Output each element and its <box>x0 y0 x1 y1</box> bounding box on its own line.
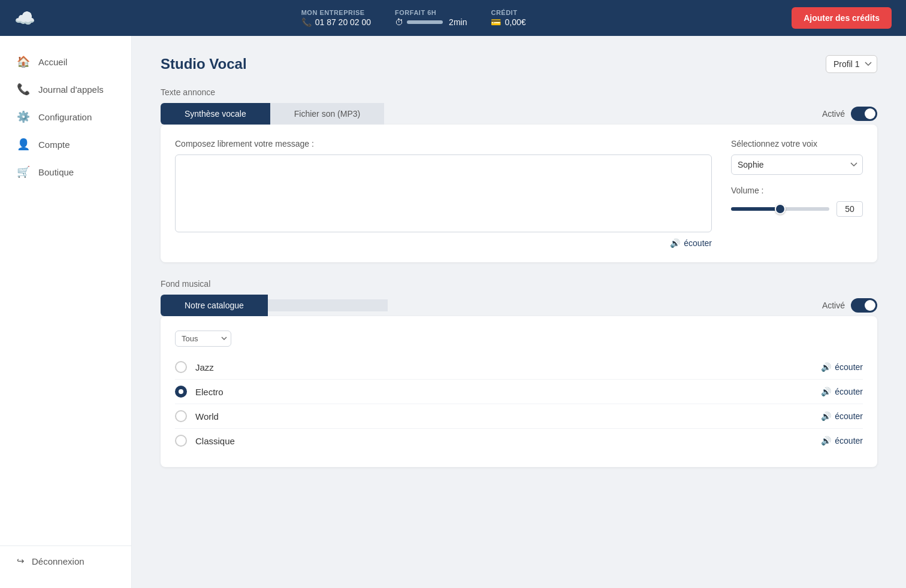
sidebar-item-compte[interactable]: 👤 Compte <box>0 131 131 158</box>
texte-annonce-label: Texte annonce <box>161 87 877 97</box>
volume-row: 50 <box>731 201 863 217</box>
cart-icon: 🛒 <box>17 165 30 178</box>
volume-label: Volume : <box>731 186 863 195</box>
tab-notre-catalogue[interactable]: Notre catalogue <box>161 295 268 316</box>
listen-label-annonce: écouter <box>684 238 712 248</box>
profil-select[interactable]: Profil 1 Profil 2 Profil 3 <box>826 55 877 73</box>
sidebar-label-boutique: Boutique <box>38 167 74 177</box>
logout-button[interactable]: ↪ Déconnexion <box>17 556 114 566</box>
music-name-electro: Electro <box>195 387 821 397</box>
topnav-enterprise: MON ENTREPRISE 📞 01 87 20 02 00 <box>301 9 371 27</box>
sidebar-item-accueil[interactable]: 🏠 Accueil <box>0 48 131 75</box>
speaker-icon-electro: 🔊 <box>821 387 831 396</box>
voice-select[interactable]: Sophie Pierre Emma Lucas <box>731 154 863 175</box>
sidebar-item-boutique[interactable]: 🛒 Boutique <box>0 158 131 186</box>
listen-label-classique: écouter <box>835 436 863 445</box>
credit-value: 💳 0,00€ <box>491 17 526 27</box>
sidebar-item-configuration[interactable]: ⚙️ Configuration <box>0 103 131 131</box>
fond-musical-toggle[interactable] <box>851 298 877 313</box>
credit-label: Crédit <box>491 9 526 16</box>
topnav-credit: Crédit 💳 0,00€ <box>491 9 526 27</box>
fond-musical-header-row: Notre catalogue Activé <box>161 295 877 316</box>
main-layout: 🏠 Accueil 📞 Journal d'appels ⚙️ Configur… <box>0 36 906 588</box>
music-name-classique: Classique <box>195 436 821 446</box>
sidebar-label-compte: Compte <box>38 140 70 150</box>
music-item-classique: Classique 🔊 écouter <box>175 429 863 453</box>
music-item-electro: Electro 🔊 écouter <box>175 380 863 404</box>
page-header: Studio Vocal Profil 1 Profil 2 Profil 3 <box>161 55 877 73</box>
message-label: Composez librement votre message : <box>175 139 712 148</box>
credit-icon: 💳 <box>491 17 501 27</box>
forfait-bar <box>407 20 443 24</box>
message-area: Composez librement votre message : 🔊 éco… <box>175 139 712 248</box>
texte-annonce-toggle[interactable] <box>851 107 877 121</box>
topnav-forfait: Forfait 6H ⏱ 2min <box>395 9 467 27</box>
message-textarea[interactable] <box>175 154 712 232</box>
content-area: Studio Vocal Profil 1 Profil 2 Profil 3 … <box>132 36 906 588</box>
fond-musical-card: Tous Jazz Electro World Classique Jazz 🔊… <box>161 316 877 467</box>
logout-label: Déconnexion <box>32 556 84 566</box>
add-credit-button[interactable]: Ajouter des crédits <box>792 7 892 29</box>
home-icon: 🏠 <box>17 55 30 68</box>
texte-annonce-active-label: Activé <box>822 109 845 119</box>
logout-icon: ↪ <box>17 556 25 566</box>
radio-electro[interactable] <box>175 386 187 398</box>
fond-musical-active-row: Activé <box>822 298 877 313</box>
texte-annonce-section: Texte annonce Synthèse vocale Fichier so… <box>161 87 877 262</box>
listen-button-world[interactable]: 🔊 écouter <box>821 411 863 421</box>
listen-label-world: écouter <box>835 411 863 421</box>
clock-icon: ⏱ <box>395 17 403 27</box>
radio-world[interactable] <box>175 410 187 422</box>
fond-musical-section: Fond musical Notre catalogue Activé Tous… <box>161 279 877 467</box>
texte-annonce-active-row: Activé <box>822 107 877 121</box>
sidebar-bottom: ↪ Déconnexion <box>0 545 131 576</box>
texte-annonce-header-row: Synthèse vocale Fichier son (MP3) Activé <box>161 103 877 125</box>
forfait-value: ⏱ 2min <box>395 17 467 27</box>
forfait-label: Forfait 6H <box>395 9 467 16</box>
volume-slider[interactable] <box>731 207 829 211</box>
sidebar-label-accueil: Accueil <box>38 57 67 67</box>
tab-upload[interactable] <box>268 299 388 311</box>
listen-button-jazz[interactable]: 🔊 écouter <box>821 362 863 372</box>
listen-button-annonce[interactable]: 🔊 écouter <box>670 238 712 248</box>
speaker-icon-world: 🔊 <box>821 411 831 421</box>
toggle-slider <box>851 107 877 121</box>
sidebar-label-journal: Journal d'appels <box>38 84 104 95</box>
sidebar-label-configuration: Configuration <box>38 112 92 122</box>
page-title: Studio Vocal <box>161 56 247 72</box>
tab-synthese-vocale[interactable]: Synthèse vocale <box>161 103 270 125</box>
enterprise-phone: 📞 01 87 20 02 00 <box>301 17 371 27</box>
music-list: Jazz 🔊 écouter Electro 🔊 écouter <box>175 355 863 453</box>
fond-musical-toggle-slider <box>851 298 877 313</box>
fond-musical-label: Fond musical <box>161 279 877 289</box>
sidebar: 🏠 Accueil 📞 Journal d'appels ⚙️ Configur… <box>0 36 132 588</box>
gear-icon: ⚙️ <box>17 110 30 123</box>
speaker-icon-classique: 🔊 <box>821 436 831 445</box>
music-item-jazz: Jazz 🔊 écouter <box>175 355 863 380</box>
radio-classique[interactable] <box>175 435 187 447</box>
fond-musical-active-label: Activé <box>822 301 845 310</box>
listen-label-electro: écouter <box>835 387 863 396</box>
enterprise-label: MON ENTREPRISE <box>301 9 371 16</box>
music-item-world: World 🔊 écouter <box>175 404 863 429</box>
voice-section: Sélectionnez votre voix Sophie Pierre Em… <box>731 139 863 248</box>
texte-annonce-card: Composez librement votre message : 🔊 éco… <box>161 125 877 262</box>
phone-icon: 📞 <box>301 17 312 27</box>
sidebar-item-journal[interactable]: 📞 Journal d'appels <box>0 75 131 103</box>
sidebar-nav: 🏠 Accueil 📞 Journal d'appels ⚙️ Configur… <box>0 48 131 545</box>
radio-jazz[interactable] <box>175 361 187 373</box>
listen-label-jazz: écouter <box>835 362 863 372</box>
volume-value: 50 <box>836 201 863 217</box>
listen-button-electro[interactable]: 🔊 écouter <box>821 387 863 396</box>
listen-button-classique[interactable]: 🔊 écouter <box>821 436 863 445</box>
music-name-world: World <box>195 411 821 422</box>
speaker-icon: 🔊 <box>670 238 680 248</box>
logo: ☁️ <box>14 8 35 28</box>
speaker-icon-jazz: 🔊 <box>821 362 831 372</box>
voice-select-label: Sélectionnez votre voix <box>731 139 863 148</box>
texte-annonce-body: Composez librement votre message : 🔊 éco… <box>175 139 863 248</box>
tab-fichier-son[interactable]: Fichier son (MP3) <box>270 103 384 125</box>
filter-select[interactable]: Tous Jazz Electro World Classique <box>175 331 231 347</box>
topnav: ☁️ MON ENTREPRISE 📞 01 87 20 02 00 Forfa… <box>0 0 906 36</box>
phone-icon: 📞 <box>17 83 30 96</box>
